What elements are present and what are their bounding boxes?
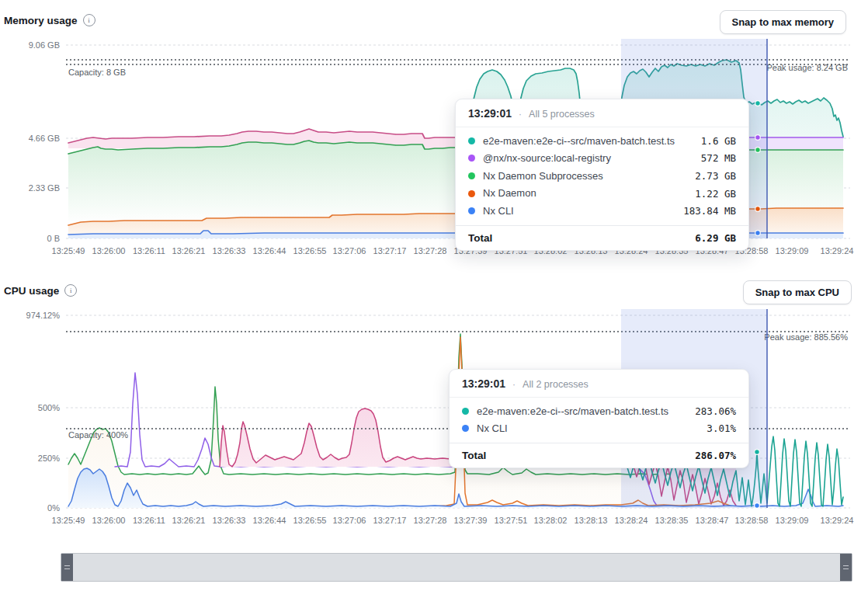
series-dot-icon [468,172,475,179]
series-dot-icon [468,207,475,214]
series-dot-icon [468,155,475,162]
brush-right-handle[interactable] [840,554,852,581]
info-icon[interactable] [83,14,95,26]
series-name: e2e-maven:e2e-ci--src/maven-batch.test.t… [483,135,675,148]
time-range-brush[interactable] [61,553,852,582]
memory-title-text: Memory usage [4,15,78,26]
series-value: 1.22 GB [695,188,736,200]
x-axis-tick: 13:28:35 [655,516,689,525]
tooltip-subtitle: All 2 processes [523,379,589,390]
x-axis-tick: 13:26:55 [293,516,327,525]
tooltip-row: Nx Daemon Subprocesses2.73 GB [456,167,748,185]
tooltip-rows: e2e-maven:e2e-ci--src/maven-batch.test.t… [456,127,748,225]
series-dot-icon [468,190,475,197]
x-axis-tick: 13:27:39 [454,516,488,525]
tooltip-row: Nx CLI183.84 MB [456,202,748,220]
annotation-label: Capacity: 8 GB [68,68,126,77]
x-axis-tick: 13:28:24 [615,516,648,525]
annotation-label: Peak usage: 885.56% [764,332,848,342]
tooltip-row: e2e-maven:e2e-ci--src/maven-batch.test.t… [450,402,748,420]
tooltip-total-row: Total 286.07% [450,443,748,468]
x-axis-tick: 13:26:11 [133,516,165,525]
x-axis-tick: 13:25:49 [52,246,85,256]
series-value: 1.6 GB [701,135,736,147]
y-axis-tick: 0% [47,503,60,513]
x-axis-tick: 13:26:21 [172,516,206,525]
y-axis-tick: 974.12% [26,311,61,320]
series-name: Nx Daemon Subprocesses [483,170,603,183]
x-axis-tick: 13:28:13 [575,516,608,525]
x-axis-tick: 13:26:44 [253,246,286,256]
x-axis-tick: 13:29:09 [776,246,809,256]
x-axis-tick: 13:29:09 [776,516,809,525]
tooltip-separator: · [512,379,516,390]
series-value: 283.06% [695,405,736,417]
snap-to-max-memory-button[interactable]: Snap to max memory [720,10,847,34]
total-label: Total [462,450,486,461]
hover-marker [755,231,761,236]
x-axis-tick: 13:26:00 [92,246,126,256]
x-axis-tick: 13:27:06 [333,246,366,256]
x-axis-tick: 13:26:33 [213,516,246,525]
x-axis-tick: 13:26:11 [133,246,165,256]
y-axis-tick: 2.33 GB [29,183,60,193]
x-axis-tick: 13:26:00 [92,516,126,525]
tooltip-row: @nx/nx-source:local-registry572 MB [456,150,748,168]
total-value: 286.07% [695,450,736,461]
y-axis-tick: 0 B [47,234,60,243]
y-axis-tick: 500% [38,403,60,412]
series-dot-icon [462,408,469,415]
hover-marker [755,503,760,509]
memory-section-title: Memory usage [4,14,95,26]
total-label: Total [468,232,492,244]
hover-marker [755,148,761,153]
x-axis-tick: 13:29:24 [821,516,854,525]
cpu-title-text: CPU usage [4,285,59,297]
x-axis-tick: 13:26:44 [253,516,286,525]
x-axis-tick: 13:27:17 [373,516,407,525]
tooltip-time: 13:29:01 [468,107,512,120]
series-value: 2.73 GB [695,170,736,182]
series-name: @nx/nx-source:local-registry [483,152,611,165]
annotation-label: Capacity: 400% [68,430,128,440]
hover-marker [755,101,761,106]
hover-marker [755,450,760,455]
y-axis-tick: 9.06 GB [29,40,60,50]
tooltip-header: 13:29:01 · All 2 processes [450,370,748,398]
series-dot-icon [462,425,469,432]
x-axis-tick: 13:27:28 [414,246,447,256]
x-axis-tick: 13:28:02 [534,516,568,525]
tooltip-rows: e2e-maven:e2e-ci--src/maven-batch.test.t… [450,398,748,443]
total-value: 6.29 GB [695,232,736,244]
series-value: 3.01% [707,422,736,434]
tooltip-time: 13:29:01 [462,377,505,390]
series-name: Nx CLI [483,205,514,217]
tooltip-subtitle: All 5 processes [529,109,595,120]
tooltip-separator: · [519,109,522,120]
y-axis-tick: 4.66 GB [29,134,60,143]
tooltip-row: Nx CLI3.01% [450,420,748,438]
tooltip-total-row: Total 6.29 GB [456,225,748,250]
snap-to-max-cpu-button[interactable]: Snap to max CPU [743,280,852,304]
series-name: Nx Daemon [483,187,536,200]
x-axis-tick: 13:27:28 [414,516,447,525]
series-dot-icon [468,137,475,144]
x-axis-tick: 13:29:24 [821,246,854,256]
x-axis-tick: 13:25:49 [52,516,85,525]
info-icon[interactable] [64,284,77,297]
x-axis-tick: 13:27:06 [333,516,366,525]
hover-marker [755,207,761,212]
x-axis-tick: 13:28:58 [735,516,769,525]
x-axis-tick: 13:26:21 [172,246,206,256]
brush-left-handle[interactable] [61,554,73,581]
x-axis-tick: 13:27:51 [495,516,528,525]
tooltip-header: 13:29:01 · All 5 processes [456,99,748,127]
memory-tooltip: 13:29:01 · All 5 processes e2e-maven:e2e… [455,99,749,251]
x-axis-tick: 13:28:47 [696,516,729,525]
series-value: 183.84 MB [683,205,736,217]
tooltip-row: e2e-maven:e2e-ci--src/maven-batch.test.t… [456,132,748,150]
series-value: 572 MB [701,152,736,164]
series-name: Nx CLI [477,422,508,435]
y-axis-tick: 250% [38,454,60,463]
x-axis-tick: 13:26:33 [213,246,246,256]
